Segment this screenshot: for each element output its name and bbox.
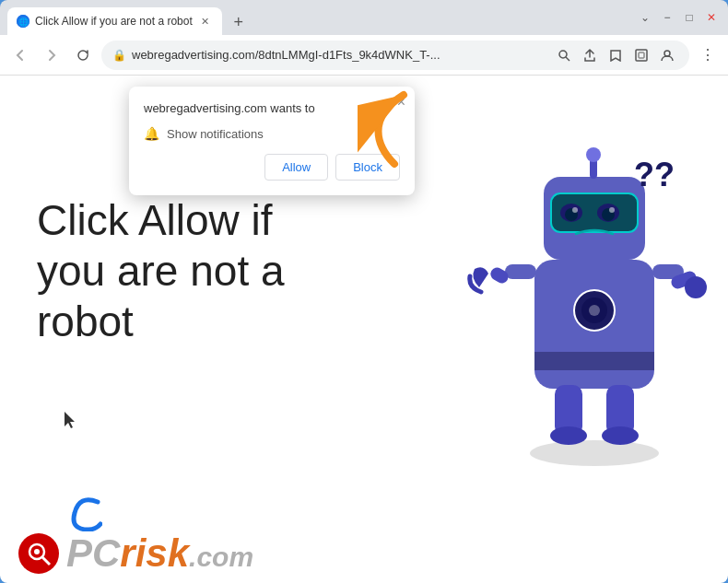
svg-line-35 — [42, 557, 50, 565]
browser-window: 🌐 Click Allow if you are not a robot ✕ +… — [0, 0, 728, 583]
search-icon[interactable] — [553, 44, 575, 66]
svg-point-23 — [586, 147, 601, 162]
svg-text:??: ?? — [634, 156, 675, 193]
svg-point-13 — [589, 305, 600, 316]
page-content: × webregadvertising.com wants to 🔔 Show … — [0, 76, 728, 583]
url-text: webregadvertising.com/8dtnLMMgI-d1Fts_9k… — [132, 48, 547, 62]
svg-point-6 — [664, 51, 670, 56]
address-bar: 🔒 webregadvertising.com/8dtnLMMgI-d1Fts_… — [0, 35, 728, 76]
browser-menu-button[interactable]: ⋮ — [695, 42, 721, 68]
back-button[interactable] — [7, 42, 33, 68]
svg-rect-10 — [534, 352, 654, 370]
pc-text: PC — [66, 531, 120, 575]
svg-point-28 — [685, 276, 707, 298]
svg-point-2 — [559, 51, 567, 58]
com-text: .com — [189, 542, 253, 572]
maximize-button[interactable]: □ — [680, 8, 699, 27]
svg-rect-24 — [505, 264, 536, 279]
svg-rect-4 — [636, 50, 647, 61]
minimize-button[interactable]: − — [658, 8, 676, 27]
allow-button[interactable]: Allow — [264, 154, 328, 181]
bell-icon: 🔔 — [144, 126, 159, 141]
extension-icon[interactable] — [630, 44, 652, 66]
pcrisk-circle-icon — [18, 533, 59, 574]
svg-point-21 — [609, 207, 615, 213]
tab-title: Click Allow if you are not a robot — [35, 15, 193, 28]
popup-notification-text: Show notifications — [167, 127, 264, 141]
title-bar: 🌐 Click Allow if you are not a robot ✕ +… — [0, 0, 728, 35]
tab-area: 🌐 Click Allow if you are not a robot ✕ + — [7, 0, 630, 35]
reload-button[interactable] — [70, 42, 96, 68]
svg-rect-5 — [639, 52, 644, 58]
tab-close-button[interactable]: ✕ — [198, 14, 213, 29]
pcrisk-logo: PCrisk.com — [18, 533, 253, 574]
bookmark-icon[interactable] — [605, 44, 627, 66]
chevron-down-icon[interactable]: ⌄ — [636, 8, 654, 27]
forward-button[interactable] — [39, 42, 65, 68]
window-controls: ⌄ − □ ✕ — [636, 8, 721, 27]
url-action-icons — [553, 44, 678, 66]
svg-point-8 — [530, 440, 659, 466]
svg-point-18 — [572, 207, 578, 213]
svg-point-36 — [34, 549, 40, 554]
url-bar[interactable]: 🔒 webregadvertising.com/8dtnLMMgI-d1Fts_… — [101, 41, 689, 70]
new-tab-button[interactable]: + — [226, 9, 252, 35]
pcrisk-text: PCrisk.com — [66, 534, 253, 573]
lock-icon: 🔒 — [112, 49, 126, 62]
account-icon[interactable] — [656, 44, 678, 66]
arrow-overlay — [358, 90, 431, 173]
share-icon[interactable] — [579, 44, 601, 66]
svg-line-3 — [566, 57, 569, 61]
svg-point-31 — [550, 426, 587, 445]
mouse-cursor — [65, 412, 79, 435]
svg-text:🌐: 🌐 — [18, 17, 29, 28]
close-button[interactable]: ✕ — [702, 8, 721, 27]
tab-favicon-icon: 🌐 — [17, 15, 29, 28]
risk-text: risk — [120, 531, 189, 575]
active-tab[interactable]: 🌐 Click Allow if you are not a robot ✕ — [7, 7, 222, 35]
main-text: Click Allow if you are not a robot — [37, 195, 341, 348]
svg-point-32 — [602, 426, 639, 445]
robot-illustration: ?? — [452, 85, 710, 472]
pcrisk-c-icon — [70, 495, 102, 535]
